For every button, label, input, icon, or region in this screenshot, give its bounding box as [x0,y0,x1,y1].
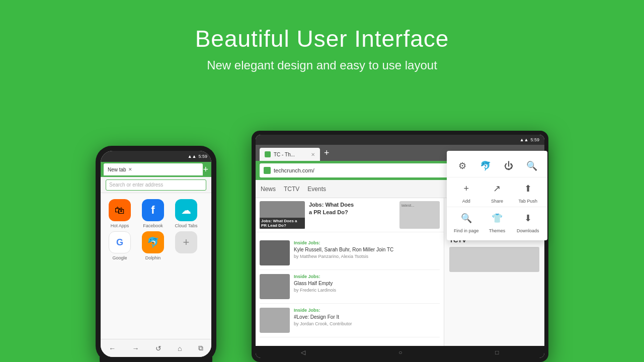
article-text-1: Inside Jobs: Kyle Russell, Sarah Buhr, R… [294,240,393,265]
tablet-url-favicon [264,167,271,174]
tablet-tab-close-icon[interactable]: ✕ [311,152,315,157]
tabpush-icon: ⬆ [520,180,536,197]
phone-forward-icon[interactable]: → [132,344,139,352]
phone-tab-label: New tab [108,167,126,172]
article-title-1: Kyle Russell, Sarah Buhr, Ron Miller Joi… [294,246,393,253]
article-row-3: Inside Jobs: #Love: Design For It by Jor… [260,304,440,337]
menu-item-share[interactable]: ↗ Share [483,180,511,204]
menu-label-add: Add [462,199,470,204]
tablet-url-text: techcrunch.com/ [274,167,314,173]
article-row-2: Inside Jobs: Glass Half Empty by Frederi… [260,270,440,304]
tablet-wifi-icon: ▲▲ [520,137,529,142]
dial-label-facebook: Facebook [143,223,163,228]
dial-item-cloudtabs[interactable]: ☁ Cloud Tabs [171,199,201,228]
phone-new-tab-icon[interactable]: + [203,165,208,174]
article-label-3: Inside Jobs: [294,308,352,313]
article-text-2: Inside Jobs: Glass Half Empty by Frederi… [294,274,336,299]
article-title-2: Glass Half Empty [294,280,336,287]
downloads-icon: ⬇ [520,210,536,226]
phone-active-tab[interactable]: New tab ✕ [104,163,203,175]
phone-tab-bar: New tab ✕ + [101,162,211,177]
add-icon: + [458,180,474,197]
phone-address-bar: Search or enter address [101,177,211,193]
menu-item-add[interactable]: + Add [452,180,480,204]
tc-articles-list: Inside Jobs: Kyle Russell, Sarah Buhr, R… [256,232,444,346]
tablet-url-box[interactable]: techcrunch.com/ [260,163,470,177]
phone-tab-close-icon[interactable]: ✕ [128,167,132,172]
page-subtitle: New elegant design and easy to use layou… [0,58,644,72]
phone-url-input[interactable]: Search or enter address [106,179,206,191]
menu-row-2: + Add ↗ Share ⬆ Tab Push [447,180,544,207]
tab-nav-tctv[interactable]: TCTV [284,184,299,195]
article-thumb-1 [260,240,290,265]
phone-wifi-icon: ▲▲ [188,154,197,159]
tablet-android-back-icon[interactable]: ◁ [301,349,305,356]
dial-item-facebook[interactable]: f Facebook [138,199,168,228]
tablet-time: 5:59 [530,137,539,142]
phone-back-icon[interactable]: ← [109,344,116,352]
phone-device: ▲▲ 5:59 New tab ✕ + Search or enter addr… [96,146,216,362]
tablet-device: ▲▲ 5:59 TC - Th... ✕ + techcrun [252,131,548,362]
menu-item-downloads[interactable]: ⬇ Downloads [514,210,542,233]
menu-item-tabpush[interactable]: ⬆ Tab Push [514,180,542,204]
phone-android-nav: ◁ ○ □ [100,357,212,362]
tab-nav-events[interactable]: Events [307,184,326,195]
phone-refresh-icon[interactable]: ↺ [155,344,162,352]
menu-label-downloads: Downloads [517,228,539,233]
dial-icon-cloudtabs: ☁ [175,199,197,221]
tablet-android-home-icon[interactable]: ○ [398,349,402,356]
dial-item-hotapps[interactable]: 🛍 Hot Apps [105,199,135,228]
menu-label-findinpage: Find in page [454,228,479,233]
article-title-3: #Love: Design For It [294,314,352,320]
phone-bottom-nav: ← → ↺ ⌂ ⧉ [101,339,211,357]
dial-label-hotapps: Hot Apps [111,223,129,228]
phone-tabs-icon[interactable]: ⧉ [198,344,203,352]
dial-icon-dolphin: 🐬 [142,231,164,253]
tablet-android-recents-icon[interactable]: □ [495,349,499,356]
tc-articles-section: Jobs: What Does a PR Lead Do? Jobs: What… [256,198,444,346]
article-label-2: Inside Jobs: [294,274,336,279]
phone-status-bar: ▲▲ 5:59 [101,151,211,162]
themes-icon: 👕 [489,210,505,226]
article-thumb-3 [260,308,290,333]
tablet-active-tab[interactable]: TC - Th... ✕ [260,148,320,161]
dial-icon-google: G [109,231,131,253]
article-author-2: by Frederic Lardinois [294,288,336,293]
article-text-3: Inside Jobs: #Love: Design For It by Jor… [294,308,352,333]
dial-icon-hotapps: 🛍 [109,199,131,221]
dial-item-add[interactable]: + [171,231,201,260]
menu-item-themes[interactable]: 👕 Themes [483,210,511,233]
phone-home-icon[interactable]: ⌂ [178,344,182,352]
featured-text: Jobs: What Doesa PR Lead Do? [309,201,395,229]
menu-label-tabpush: Tab Push [519,199,538,204]
phone-address-placeholder: Search or enter address [109,182,163,188]
devices-container: ▲▲ 5:59 New tab ✕ + Search or enter addr… [96,116,548,362]
tab-nav-news[interactable]: News [261,184,276,195]
featured-article: Jobs: What Does a PR Lead Do? Jobs: What… [256,198,444,232]
menu-label-share: Share [491,199,503,204]
phone-speed-dial: 🛍 Hot Apps f Facebook ☁ Cloud Tabs G Goo… [101,193,211,339]
dial-item-google[interactable]: G Google [105,231,135,260]
tablet-status-bar: ▲▲ 5:59 [256,135,544,145]
tablet-tab-label: TC - Th... [274,152,295,157]
featured-thumb: Jobs: What Does a PR Lead Do? [260,201,305,229]
menu-label-themes: Themes [489,228,506,233]
article-author-1: by Matthew Panzarino, Alexia Tsotsis [294,254,393,259]
featured-headline: Jobs: What Does a PR Lead Do? [261,219,303,228]
article-row-1: Inside Jobs: Kyle Russell, Sarah Buhr, R… [260,236,440,270]
tablet-android-nav: ◁ ○ □ [256,346,544,358]
article-label-1: Inside Jobs: [294,240,393,245]
header-section: Beautiful User Interface New elegant des… [0,0,644,72]
page-title: Beautiful User Interface [0,25,644,52]
featured-big-text: Jobs: What Doesa PR Lead Do? [309,201,395,217]
menu-item-findinpage[interactable]: 🔍 Find in page [452,210,480,233]
tablet-new-tab-icon[interactable]: + [324,148,330,158]
article-thumb-2 [260,274,290,299]
article-author-3: by Jordan Crook, Contributor [294,321,352,326]
dial-icon-facebook: f [142,199,164,221]
dial-item-dolphin[interactable]: 🐬 Dolphin [138,231,168,260]
tablet-browser-area: News TCTV Events ⋮ ⚙ 🐬 [256,180,544,346]
find-in-page-icon: 🔍 [458,210,474,226]
tctv-preview [449,247,539,272]
share-icon: ↗ [489,180,505,197]
